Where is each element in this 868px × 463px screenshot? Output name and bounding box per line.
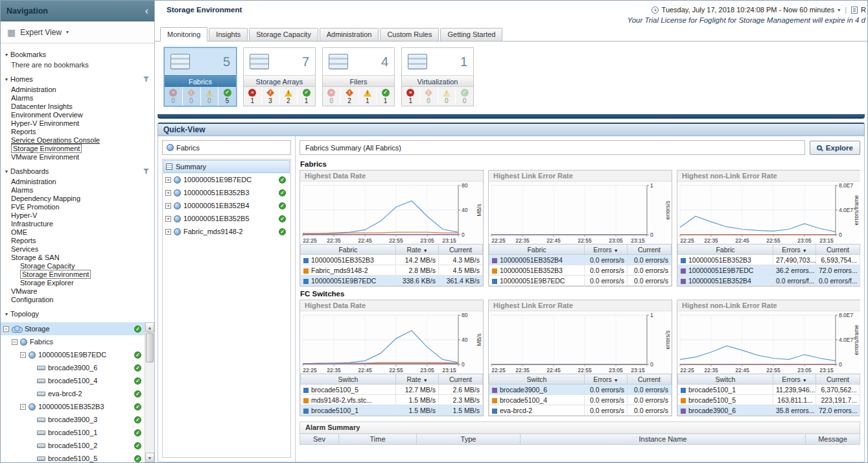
dashboards-item-fve-promotion[interactable]: FVE Promotion bbox=[1, 203, 154, 211]
reports-icon[interactable] bbox=[851, 6, 858, 14]
dashboards-item-vmware[interactable]: VMware bbox=[1, 287, 154, 296]
homes-item-vmware-environment[interactable]: VMware Environment bbox=[1, 153, 154, 161]
column-header-switch[interactable]: Switch bbox=[489, 374, 585, 385]
tile-filers[interactable]: 4Filers×0!2!1✓1 bbox=[322, 47, 395, 106]
topology-node-storage[interactable]: −Storage✓ bbox=[1, 322, 154, 335]
scroll-up-button[interactable]: ▲ bbox=[145, 322, 154, 332]
tile-fabrics[interactable]: 5Fabrics×0!0!0✓5 bbox=[164, 47, 237, 106]
tab-administration[interactable]: Administration bbox=[320, 28, 379, 41]
topology-node-brocade5100-1[interactable]: brocade5100_1✓ bbox=[1, 426, 154, 439]
column-header-current[interactable]: Current bbox=[439, 374, 483, 385]
section-header-homes[interactable]: ▾Homes bbox=[5, 75, 149, 83]
metric-row-100000051eb352b3[interactable]: 100000051EB352B30.0 errors/s0.0 errors/s bbox=[489, 265, 672, 276]
expand-box-icon[interactable]: + bbox=[165, 229, 171, 235]
section-header-dashboards[interactable]: ▾Dashboards bbox=[5, 167, 149, 175]
quick-view-item-100000051eb352b3[interactable]: +100000051EB352B3✓ bbox=[163, 186, 290, 199]
column-header-current[interactable]: Current bbox=[628, 374, 672, 385]
column-header-current[interactable]: Current bbox=[628, 244, 672, 255]
topology-node-fabrics[interactable]: −Fabrics bbox=[1, 335, 154, 348]
dashboards-item-services[interactable]: Services bbox=[1, 245, 154, 254]
topology-node-eva-brcd-2[interactable]: eva-brcd-2✓ bbox=[1, 387, 154, 400]
metric-row-eva-brcd-2[interactable]: eva-brcd-20.0 errors/s0.0 errors/s bbox=[489, 405, 672, 416]
expand-box-icon[interactable]: + bbox=[165, 216, 171, 222]
metric-row-100000051e9b7edc[interactable]: 100000051E9B7EDC338.6 KB/s361.4 KB/s bbox=[301, 276, 483, 286]
column-header-errors[interactable]: Errors▼ bbox=[773, 244, 816, 255]
dashboards-item-storage-environment[interactable]: Storage Environment bbox=[1, 270, 154, 279]
quick-view-item-100000051e9b7edc[interactable]: +100000051E9B7EDC✓ bbox=[163, 173, 290, 186]
tab-monitoring[interactable]: Monitoring bbox=[160, 27, 207, 42]
metric-row-100000051eb352b3[interactable]: 100000051EB352B327,490,703...6,593,754..… bbox=[678, 255, 860, 265]
metric-row-100000051eb352b4[interactable]: 100000051EB352B40.0 errors/s0.0 errors/s bbox=[489, 255, 672, 265]
quick-view-item-100000051eb352b4[interactable]: +100000051EB352B4✓ bbox=[163, 199, 290, 212]
quick-view-item-100000051eb352b5[interactable]: +100000051EB352B5✓ bbox=[163, 212, 290, 225]
metric-row-100000051eb352b4[interactable]: 100000051EB352B40.0 errors/f...0.0 error… bbox=[678, 276, 860, 286]
dashboards-item-hyper-v[interactable]: Hyper-V bbox=[1, 211, 154, 220]
column-header-current[interactable]: Current bbox=[816, 374, 860, 385]
quick-view-item-summary[interactable]: Summary bbox=[163, 160, 290, 173]
scroll-down-button[interactable]: ▼ bbox=[145, 453, 154, 462]
topology-node-brocade3900-6[interactable]: brocade3900_6✓ bbox=[1, 361, 154, 374]
dashboards-item-storage-san[interactable]: Storage & SAN bbox=[1, 254, 154, 262]
alarm-column-sev[interactable]: Sev bbox=[300, 434, 339, 445]
tab-insights[interactable]: Insights bbox=[209, 28, 248, 41]
alarm-column-instance-name[interactable]: Instance Name bbox=[521, 434, 806, 445]
dashboards-item-storage-explorer[interactable]: Storage Explorer bbox=[1, 279, 154, 287]
column-header-current[interactable]: Current bbox=[816, 244, 860, 255]
quick-view-item-fabric-mds9148-2[interactable]: +Fabric_mds9148-2✓ bbox=[163, 225, 290, 238]
column-header-rate[interactable]: Rate▼ bbox=[396, 374, 439, 385]
dashboards-item-administration[interactable]: Administration bbox=[1, 178, 154, 186]
time-range-control[interactable]: Tuesday, July 17, 2018 10:24:08 PM - Now… bbox=[651, 6, 866, 14]
dashboards-item-ome[interactable]: OME bbox=[1, 228, 154, 237]
metric-row-mds9148-2-vfs-stc[interactable]: mds9148-2.vfs.stc...1.5 MB/s2.3 MB/s bbox=[301, 395, 483, 405]
column-header-rate[interactable]: Rate▼ bbox=[396, 244, 439, 255]
tab-custom-rules[interactable]: Custom Rules bbox=[380, 28, 439, 41]
topology-node-brocade5100-4[interactable]: brocade5100_4✓ bbox=[1, 374, 154, 387]
expert-view-selector[interactable]: ▦ Expert View ▾ bbox=[1, 21, 154, 43]
collapse-box-icon[interactable]: − bbox=[20, 352, 26, 358]
filter-icon[interactable] bbox=[143, 169, 149, 174]
homes-item-environment-overview[interactable]: Environment Overview bbox=[1, 111, 154, 119]
reports-label-truncated[interactable]: R bbox=[861, 6, 866, 14]
tile-virtualization[interactable]: 1Virtualization×1!0!0✓0 bbox=[401, 47, 474, 106]
collapse-panel-chevron-icon[interactable]: ‹ bbox=[145, 6, 148, 16]
dashboards-item-dependency-mapping[interactable]: Dependency Mapping bbox=[1, 195, 154, 203]
section-header-topology[interactable]: ▾Topology bbox=[5, 310, 149, 318]
filter-icon[interactable] bbox=[143, 77, 149, 82]
expand-box-icon[interactable]: + bbox=[165, 203, 171, 209]
homes-item-storage-environment[interactable]: Storage Environment bbox=[1, 145, 154, 153]
topology-node-brocade5100-2[interactable]: brocade5100_2✓ bbox=[1, 439, 154, 452]
topology-node-100000051e9b7edc[interactable]: −100000051E9B7EDC✓ bbox=[1, 348, 154, 361]
tab-getting-started[interactable]: Getting Started bbox=[440, 28, 502, 41]
homes-item-hyper-v-environment[interactable]: Hyper-V Environment bbox=[1, 119, 154, 128]
tab-storage-capacity[interactable]: Storage Capacity bbox=[249, 28, 318, 41]
dashboards-item-infrastructure[interactable]: Infrastructure bbox=[1, 220, 154, 228]
column-header-errors[interactable]: Errors▼ bbox=[585, 374, 628, 385]
metric-row-brocade3900-6[interactable]: brocade3900_635.8 errors...72.0 errors..… bbox=[678, 405, 860, 416]
topology-node-brocade3900-3[interactable]: brocade3900_3✓ bbox=[1, 413, 154, 426]
topology-node-brocade5100-5[interactable]: brocade5100_5✓ bbox=[1, 452, 154, 462]
homes-item-reports[interactable]: Reports bbox=[1, 128, 154, 136]
metric-row-brocade3900-6[interactable]: brocade3900_60.0 errors/s0.0 errors/s bbox=[489, 385, 672, 395]
section-header-bookmarks[interactable]: ▾Bookmarks bbox=[5, 51, 149, 58]
metric-row-100000051eb352b3[interactable]: 100000051EB352B314.2 MB/s4.3 MB/s bbox=[301, 255, 483, 265]
metric-row-brocade5100-1[interactable]: brocade5100_111,239,946...6,370,562... bbox=[678, 385, 860, 395]
metric-row-brocade5100-4[interactable]: brocade5100_40.0 errors/s0.0 errors/s bbox=[489, 395, 672, 405]
metric-row-100000051e9b7edc[interactable]: 100000051E9B7EDC36.2 errors...72.0 error… bbox=[678, 265, 860, 276]
homes-item-alarms[interactable]: Alarms bbox=[1, 94, 154, 102]
column-header-fabric[interactable]: Fabric bbox=[301, 244, 396, 255]
homes-item-datacenter-insights[interactable]: Datacenter Insights bbox=[1, 102, 154, 111]
metric-row-fabric-mds9148-2[interactable]: Fabric_mds9148-22.8 MB/s4.5 MB/s bbox=[301, 265, 483, 276]
column-header-switch[interactable]: Switch bbox=[301, 374, 396, 385]
homes-item-administration[interactable]: Administration bbox=[1, 86, 154, 94]
dashboards-item-alarms[interactable]: Alarms bbox=[1, 186, 154, 195]
column-header-fabric[interactable]: Fabric bbox=[678, 244, 773, 255]
metric-row-brocade5100-1[interactable]: brocade5100_11.5 MB/s1.5 MB/s bbox=[301, 405, 483, 416]
dashboards-item-reports[interactable]: Reports bbox=[1, 237, 154, 245]
metric-row-brocade5100-5[interactable]: brocade5100_512.7 MB/s2.6 MB/s bbox=[301, 385, 483, 395]
column-header-errors[interactable]: Errors▼ bbox=[585, 244, 628, 255]
scrollbar-thumb[interactable] bbox=[146, 333, 154, 362]
column-header-switch[interactable]: Switch bbox=[678, 374, 773, 385]
metric-row-100000051e9b7edc[interactable]: 100000051E9B7EDC0.0 errors/s0.0 errors/s bbox=[489, 276, 672, 286]
column-header-errors[interactable]: Errors▼ bbox=[773, 374, 816, 385]
time-range-chevron-down-icon[interactable]: ▾ bbox=[838, 7, 840, 13]
